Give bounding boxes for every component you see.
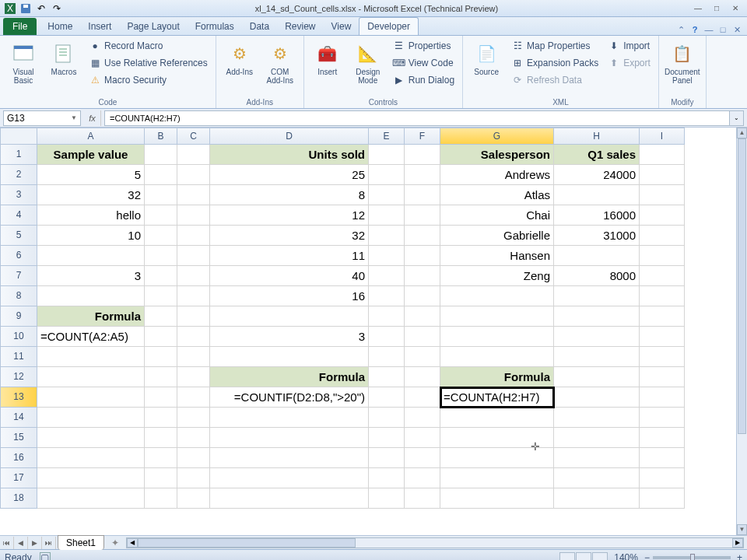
tab-last-icon[interactable]: ⏭	[42, 537, 56, 549]
cell-H9[interactable]	[554, 306, 640, 327]
tab-file[interactable]: File	[3, 18, 37, 35]
cell-B17[interactable]	[145, 468, 177, 488]
cell-D8[interactable]: 16	[210, 286, 369, 306]
cell-E10[interactable]	[369, 327, 405, 347]
cell-I18[interactable]	[640, 488, 685, 509]
zoom-in-icon[interactable]: +	[737, 552, 742, 561]
cell-E14[interactable]	[369, 408, 405, 428]
zoom-thumb[interactable]	[690, 554, 695, 561]
cell-E2[interactable]	[369, 165, 405, 185]
tab-developer[interactable]: Developer	[359, 17, 419, 35]
page-break-view-icon[interactable]	[592, 552, 608, 561]
addins-button[interactable]: ⚙Add-Ins	[221, 38, 258, 76]
cell-D12[interactable]: Formula	[210, 367, 369, 387]
cell-B15[interactable]	[145, 428, 177, 448]
scroll-thumb[interactable]	[738, 138, 746, 434]
cell-E5[interactable]	[369, 226, 405, 246]
cell-I1[interactable]	[640, 145, 685, 165]
cell-F14[interactable]	[405, 408, 440, 428]
name-box-dropdown-icon[interactable]: ▼	[71, 114, 77, 121]
horizontal-scrollbar[interactable]: ◀ ▶	[126, 537, 744, 548]
col-header-C[interactable]: C	[177, 128, 210, 145]
cell-H13[interactable]	[554, 387, 640, 408]
formula-input[interactable]: =COUNTA(H2:H7)	[104, 110, 730, 126]
cell-F1[interactable]	[405, 145, 440, 165]
cell-B12[interactable]	[145, 367, 177, 387]
fx-button[interactable]: fx	[84, 110, 101, 126]
col-header-H[interactable]: H	[554, 128, 640, 145]
cell-F10[interactable]	[405, 327, 440, 347]
cell-D4[interactable]: 12	[210, 205, 369, 226]
cell-F11[interactable]	[405, 347, 440, 367]
cell-A7[interactable]: 3	[37, 266, 145, 286]
undo-icon[interactable]: ↶	[34, 2, 48, 16]
tab-page-layout[interactable]: Page Layout	[119, 18, 187, 35]
cell-H12[interactable]	[554, 367, 640, 387]
tab-prev-icon[interactable]: ◀	[14, 537, 28, 549]
cell-F4[interactable]	[405, 205, 440, 226]
row-header-6[interactable]: 6	[0, 246, 37, 266]
cell-C13[interactable]	[177, 387, 210, 408]
relative-refs-button[interactable]: ▦Use Relative References	[86, 55, 211, 71]
cell-B1[interactable]	[145, 145, 177, 165]
cell-A1[interactable]: Sample value	[37, 145, 145, 165]
cell-G18[interactable]	[440, 488, 554, 509]
cell-E15[interactable]	[369, 428, 405, 448]
cell-F6[interactable]	[405, 246, 440, 266]
tab-data[interactable]: Data	[242, 18, 277, 35]
cell-E4[interactable]	[369, 205, 405, 226]
row-header-11[interactable]: 11	[0, 347, 37, 367]
scroll-right-icon[interactable]: ▶	[732, 538, 743, 548]
cell-C3[interactable]	[177, 185, 210, 205]
import-button[interactable]: ⬇Import	[605, 38, 654, 54]
col-header-G[interactable]: G	[440, 128, 554, 145]
cell-B5[interactable]	[145, 226, 177, 246]
cell-F18[interactable]	[405, 488, 440, 509]
cell-B16[interactable]	[145, 448, 177, 468]
cell-C17[interactable]	[177, 468, 210, 488]
cell-C6[interactable]	[177, 246, 210, 266]
cell-D9[interactable]	[210, 306, 369, 327]
col-header-A[interactable]: A	[37, 128, 145, 145]
row-header-15[interactable]: 15	[0, 428, 37, 448]
cell-E6[interactable]	[369, 246, 405, 266]
cell-D1[interactable]: Units sold	[210, 145, 369, 165]
cell-F2[interactable]	[405, 165, 440, 185]
visual-basic-button[interactable]: Visual Basic	[5, 38, 42, 85]
zoom-slider[interactable]	[653, 556, 731, 559]
scroll-left-icon[interactable]: ◀	[127, 538, 138, 548]
cell-F3[interactable]	[405, 185, 440, 205]
cell-D3[interactable]: 8	[210, 185, 369, 205]
page-layout-view-icon[interactable]	[576, 552, 591, 561]
cell-C11[interactable]	[177, 347, 210, 367]
cell-I2[interactable]	[640, 165, 685, 185]
cell-D6[interactable]: 11	[210, 246, 369, 266]
tab-review[interactable]: Review	[277, 18, 323, 35]
cell-B14[interactable]	[145, 408, 177, 428]
tab-next-icon[interactable]: ▶	[28, 537, 42, 549]
cell-D18[interactable]	[210, 488, 369, 509]
cell-A4[interactable]: hello	[37, 205, 145, 226]
normal-view-icon[interactable]	[559, 552, 575, 561]
cell-B6[interactable]	[145, 246, 177, 266]
window-min-icon[interactable]: —	[703, 24, 714, 35]
cell-F9[interactable]	[405, 306, 440, 327]
formula-expand-icon[interactable]: ⌄	[730, 110, 744, 126]
cell-B18[interactable]	[145, 488, 177, 509]
cell-H15[interactable]	[554, 428, 640, 448]
window-close-icon[interactable]: ✕	[731, 24, 742, 35]
cell-H5[interactable]: 31000	[554, 226, 640, 246]
tab-first-icon[interactable]: ⏮	[0, 537, 14, 549]
cell-G9[interactable]	[440, 306, 554, 327]
new-sheet-icon[interactable]: ✦	[107, 537, 123, 548]
cell-A15[interactable]	[37, 428, 145, 448]
cell-C8[interactable]	[177, 286, 210, 306]
cell-A6[interactable]	[37, 246, 145, 266]
cell-D7[interactable]: 40	[210, 266, 369, 286]
cell-A2[interactable]: 5	[37, 165, 145, 185]
row-header-7[interactable]: 7	[0, 266, 37, 286]
cell-I16[interactable]	[640, 448, 685, 468]
row-header-12[interactable]: 12	[0, 367, 37, 387]
select-all-corner[interactable]	[0, 128, 37, 145]
cell-C15[interactable]	[177, 428, 210, 448]
